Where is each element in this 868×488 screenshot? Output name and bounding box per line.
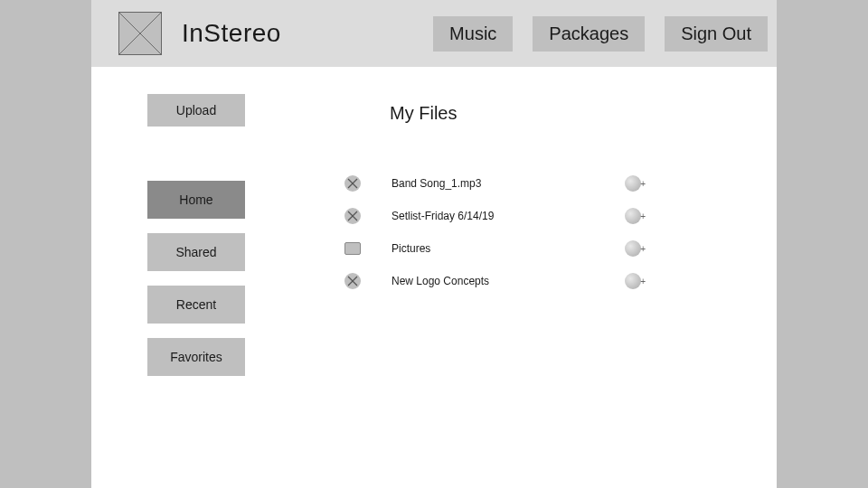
logo-placeholder-icon <box>118 12 162 55</box>
sidebar-item-favorites[interactable]: Favorites <box>147 338 245 376</box>
app-window: InStereo Music Packages Sign Out Upload … <box>91 0 777 488</box>
app-name: InStereo <box>182 19 281 48</box>
sidebar-item-home[interactable]: Home <box>147 181 245 219</box>
add-action-icon[interactable] <box>625 240 641 257</box>
file-name: New Logo Concepts <box>392 275 625 287</box>
nav-signout-button[interactable]: Sign Out <box>665 16 768 52</box>
body: Upload Home Shared Recent Favorites My F… <box>91 67 777 488</box>
nav-music-button[interactable]: Music <box>433 16 513 52</box>
file-name: Setlist-Friday 6/14/19 <box>392 210 625 222</box>
folder-icon <box>344 242 361 255</box>
nav-packages-button[interactable]: Packages <box>533 16 645 52</box>
file-row[interactable]: Band Song_1.mp3 <box>344 174 722 192</box>
sidebar-item-recent[interactable]: Recent <box>147 286 245 324</box>
add-action-icon[interactable] <box>625 273 641 289</box>
add-action-icon[interactable] <box>625 208 641 224</box>
file-list: Band Song_1.mp3 Setlist-Friday 6/14/19 P… <box>344 174 722 290</box>
upload-button[interactable]: Upload <box>147 94 245 127</box>
main-panel: My Files Band Song_1.mp3 Setlist-Friday … <box>281 67 777 488</box>
page-title: My Files <box>390 103 722 124</box>
header-bar: InStereo Music Packages Sign Out <box>91 0 777 67</box>
file-type-icon <box>344 208 361 224</box>
sidebar: Upload Home Shared Recent Favorites <box>91 67 281 488</box>
file-type-icon <box>344 175 361 192</box>
add-action-icon[interactable] <box>625 175 641 192</box>
sidebar-item-shared[interactable]: Shared <box>147 233 245 271</box>
file-name: Pictures <box>392 242 625 255</box>
file-row[interactable]: Setlist-Friday 6/14/19 <box>344 207 722 225</box>
file-name: Band Song_1.mp3 <box>392 177 625 190</box>
file-row[interactable]: Pictures <box>344 239 722 258</box>
file-row[interactable]: New Logo Concepts <box>344 272 722 290</box>
file-type-icon <box>344 273 361 289</box>
